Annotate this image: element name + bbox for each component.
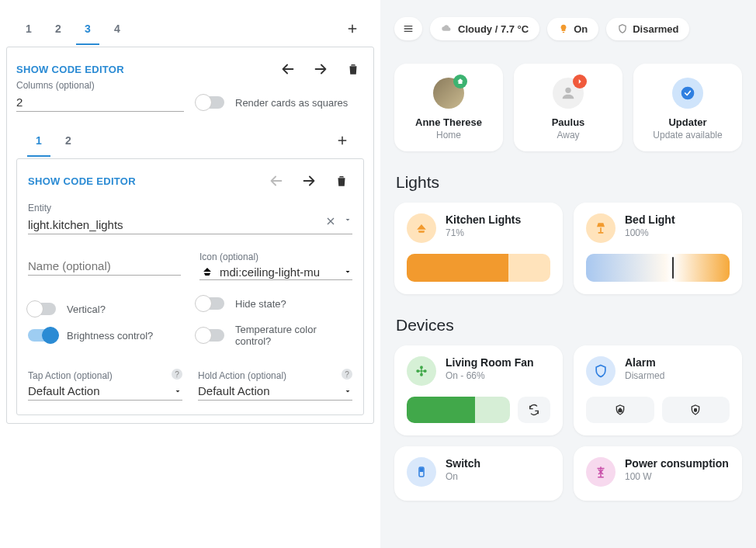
tap-action-select[interactable]: Default Action	[28, 381, 182, 401]
hide-state-label: Hide state?	[235, 298, 352, 310]
outer-tab-2[interactable]: 2	[43, 14, 73, 43]
power-tower-icon	[586, 457, 616, 487]
icon-select[interactable]: mdi:ceiling-light-mu	[199, 264, 352, 280]
svg-point-2	[420, 369, 422, 372]
alarm-chip[interactable]: Disarmed	[606, 18, 689, 40]
name-input[interactable]	[28, 256, 181, 276]
arrow-left-icon[interactable]	[277, 58, 299, 80]
arrow-right-inner-icon[interactable]	[298, 170, 320, 192]
columns-label: Columns (optional)	[16, 80, 184, 91]
device-sub-4: 100 W	[625, 471, 729, 482]
arrow-left-disabled-icon	[265, 170, 287, 192]
light-card-bed[interactable]: Bed Light 100%	[574, 203, 742, 294]
person-card-anne[interactable]: Anne Therese Home	[394, 64, 503, 151]
weather-chip[interactable]: Cloudy / 7.7 °C	[430, 17, 539, 40]
delete-inner-icon[interactable]	[331, 170, 352, 192]
editor-panel: 1 2 3 4 SHOW CODE EDITOR	[0, 0, 380, 548]
tap-action-label: Tap Action (optional)	[28, 370, 182, 381]
person-card-paulus[interactable]: Paulus Away	[514, 64, 622, 151]
person-name: Anne Therese	[415, 116, 482, 128]
device-name-2: Alarm	[625, 356, 664, 369]
fan-speed-slider[interactable]	[407, 397, 510, 423]
updater-state: Update available	[653, 130, 722, 140]
vertical-toggle[interactable]	[28, 303, 56, 315]
help-icon[interactable]: ?	[172, 369, 182, 380]
brightness-label: Brightness control?	[67, 330, 184, 342]
svg-point-0	[565, 88, 570, 93]
lights-section-title: Lights	[396, 173, 742, 192]
person-state-2: Away	[557, 130, 579, 140]
show-code-editor-button[interactable]: SHOW CODE EDITOR	[16, 64, 271, 75]
temp-color-toggle[interactable]	[196, 329, 224, 342]
device-card-fan[interactable]: Living Room Fan On - 66%	[394, 345, 563, 435]
lights-grid: Kitchen Lights 71% Bed Light 100%	[394, 203, 742, 294]
outer-tab-3[interactable]: 3	[73, 14, 102, 43]
arm-home-button[interactable]	[586, 397, 654, 423]
oscillate-button[interactable]	[518, 397, 550, 423]
icon-label: Icon (optional)	[199, 251, 352, 262]
updater-name: Updater	[668, 116, 706, 128]
device-name: Living Room Fan	[446, 356, 534, 369]
slider-handle[interactable]	[672, 257, 674, 279]
light-card-kitchen[interactable]: Kitchen Lights 71%	[394, 203, 563, 294]
grid-card-editor: SHOW CODE EDITOR Columns (optional)	[6, 47, 374, 424]
device-card-alarm[interactable]: Alarm Disarmed	[574, 345, 742, 435]
svg-point-1	[681, 87, 695, 100]
show-code-editor-inner-button[interactable]: SHOW CODE EDITOR	[28, 175, 259, 187]
arm-away-button[interactable]	[662, 397, 730, 423]
outer-tabs: 1 2 3 4	[6, 14, 374, 43]
ceiling-light-icon	[199, 264, 215, 279]
devices-section-title: Devices	[396, 316, 742, 335]
brightness-slider-kitchen[interactable]	[407, 254, 550, 282]
hide-state-toggle[interactable]	[196, 297, 224, 310]
menu-chip[interactable]	[394, 17, 422, 40]
render-squares-toggle[interactable]	[196, 96, 224, 109]
entity-card-editor: SHOW CODE EDITOR Entity	[16, 158, 364, 415]
light-name: Kitchen Lights	[446, 213, 521, 226]
outer-tab-4[interactable]: 4	[102, 14, 132, 43]
dashboard-preview: Cloudy / 7.7 °C On Disarmed Anne Therese…	[380, 0, 756, 548]
hold-action-select[interactable]: Default Action	[198, 381, 352, 401]
light-sub: 71%	[446, 227, 521, 238]
hold-action-label: Hold Action (optional)	[198, 370, 352, 381]
help-icon-2[interactable]: ?	[342, 369, 352, 380]
columns-input[interactable]	[16, 92, 184, 112]
light-sub-2: 100%	[625, 227, 675, 238]
header-chips: Cloudy / 7.7 °C On Disarmed	[394, 17, 742, 40]
device-card-switch[interactable]: Switch On	[394, 446, 563, 501]
svg-rect-5	[421, 469, 423, 472]
device-card-power[interactable]: Power consumption 100 W	[574, 446, 742, 501]
light-name-2: Bed Light	[625, 213, 675, 226]
devices-grid: Living Room Fan On - 66% Alarm	[394, 345, 742, 501]
cloud-icon	[441, 23, 453, 35]
chevron-down-icon	[343, 267, 352, 276]
lamp-icon	[586, 213, 616, 243]
outer-tab-1[interactable]: 1	[14, 14, 43, 43]
add-outer-tab[interactable]	[338, 15, 366, 43]
switch-icon	[407, 457, 436, 487]
add-inner-tab[interactable]	[328, 127, 356, 154]
away-badge-icon	[573, 75, 587, 88]
temp-color-label: Temperature color control?	[235, 324, 352, 347]
color-slider-bed[interactable]	[586, 254, 730, 282]
clear-entity-icon[interactable]	[324, 215, 337, 227]
updater-card[interactable]: Updater Update available	[633, 64, 742, 151]
entity-dropdown-icon[interactable]	[343, 215, 352, 227]
entity-input[interactable]	[28, 215, 352, 234]
vertical-label: Vertical?	[67, 303, 184, 315]
device-name-4: Power consumption	[625, 457, 729, 470]
state-chip[interactable]: On	[547, 18, 598, 40]
entity-label: Entity	[28, 203, 352, 213]
inner-tab-1[interactable]: 1	[24, 126, 54, 155]
arrow-right-icon[interactable]	[310, 58, 331, 80]
light-on-icon	[558, 23, 569, 34]
device-name-3: Switch	[446, 457, 480, 470]
svg-rect-3	[695, 409, 697, 411]
inner-tab-2[interactable]: 2	[54, 126, 83, 155]
shield-icon	[617, 23, 628, 34]
render-squares-label: Render cards as squares	[235, 97, 348, 109]
device-sub-3: On	[446, 471, 480, 482]
delete-icon[interactable]	[342, 58, 364, 80]
updater-icon	[672, 78, 703, 109]
brightness-toggle[interactable]	[28, 329, 56, 342]
